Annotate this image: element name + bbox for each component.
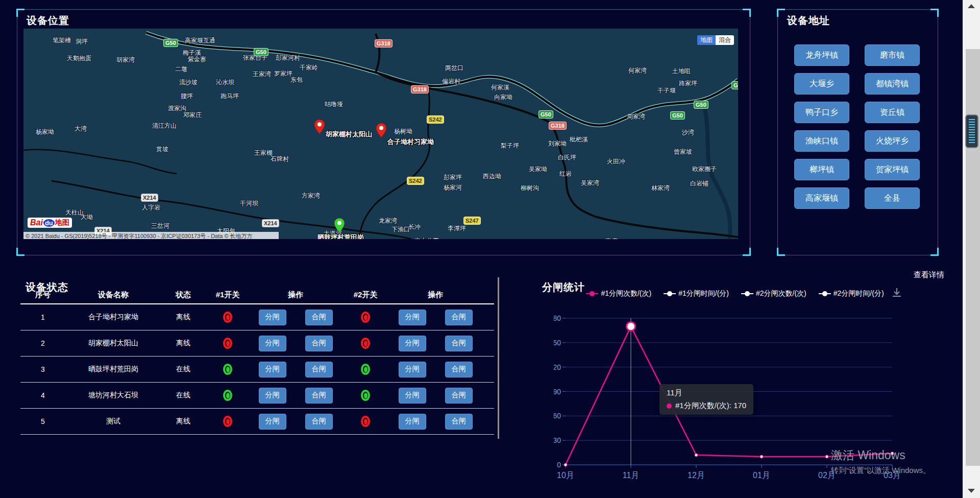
road-shield-g50: G50 xyxy=(164,39,178,46)
legend-item[interactable]: #2分闸次数/(次) xyxy=(741,289,806,298)
open-switch-button[interactable]: 分闸 xyxy=(259,336,286,351)
map-place-label: 腰坪 xyxy=(181,92,193,101)
legend-marker-icon xyxy=(819,291,831,296)
map-marker-label: 晒鼓坪村荒田岗 xyxy=(317,233,364,239)
switch1-cell xyxy=(205,364,250,375)
map-marker-pin[interactable] xyxy=(376,123,387,140)
column-header: 设备名称 xyxy=(65,290,161,300)
close-switch-button[interactable]: 合闸 xyxy=(445,336,473,351)
open-switch-button[interactable]: 分闸 xyxy=(259,310,286,325)
switch2-cell xyxy=(341,312,390,323)
close-switch-button[interactable]: 合闸 xyxy=(305,336,333,351)
road-shield-x214: X214 xyxy=(262,220,279,227)
address-button[interactable]: 榔坪镇 xyxy=(794,159,849,180)
corner-bracket xyxy=(777,248,785,256)
legend-item[interactable]: #1分闸次数/(次) xyxy=(586,289,651,298)
windows-activation-hint: 转到“设置”以激活 Windows。 xyxy=(831,466,930,476)
scroll-up-arrow-icon[interactable] xyxy=(968,4,975,8)
close-switch-button[interactable]: 合闸 xyxy=(305,414,333,430)
legend-item[interactable]: #2分闸时间/(分) xyxy=(819,289,884,298)
svg-text:90: 90 xyxy=(554,388,561,396)
map-place-label: 梨子坪 xyxy=(501,141,519,150)
address-button[interactable]: 贺家坪镇 xyxy=(865,159,920,180)
baidu-logo-du: du xyxy=(43,219,55,227)
row-index: 2 xyxy=(20,339,65,347)
map-type-hybrid-button[interactable]: 混合 xyxy=(716,35,734,45)
chart-tooltip: 11月 #1分闸次数/(次): 170 xyxy=(659,384,753,415)
address-button[interactable]: 高家堰镇 xyxy=(794,187,849,209)
corner-bracket xyxy=(930,248,939,256)
map-place-label: 吴家坳 xyxy=(529,165,547,174)
open-switch-button[interactable]: 分闸 xyxy=(399,362,426,377)
close-switch-button[interactable]: 合闸 xyxy=(445,362,473,377)
map-place-label: 土地咀 xyxy=(672,67,691,76)
close-switch-button[interactable]: 合闸 xyxy=(445,388,473,404)
open-switch-button[interactable]: 分闸 xyxy=(399,336,426,351)
close-switch-button[interactable]: 合闸 xyxy=(305,362,333,377)
map-place-label: 洞坪 xyxy=(76,37,88,46)
device-location-title: 设备位置 xyxy=(27,14,69,28)
open-switch-button[interactable]: 分闸 xyxy=(399,414,426,430)
map-place-label: 两岔口 xyxy=(445,64,463,73)
map-place-label: 官庄 xyxy=(605,237,618,239)
data-point[interactable] xyxy=(695,454,698,457)
open-switch-button[interactable]: 分闸 xyxy=(399,310,426,325)
close-switch-button[interactable]: 合闸 xyxy=(305,388,333,404)
table-row: 4塘坊河村大石坝在线分闸合闸分闸合闸 xyxy=(20,383,494,409)
close-switch-button[interactable]: 合闸 xyxy=(445,310,473,325)
map-place-label: 大坳 xyxy=(81,213,93,222)
windows-activation-watermark: 激活 Windows xyxy=(831,447,905,463)
map-place-label: 紫金寨 xyxy=(188,55,206,64)
svg-text:30: 30 xyxy=(554,436,561,444)
address-button[interactable]: 都镇湾镇 xyxy=(865,73,920,94)
map-marker-pin[interactable] xyxy=(314,119,325,136)
open-switch-button[interactable]: 分闸 xyxy=(259,414,286,430)
open-switch-button[interactable]: 分闸 xyxy=(259,362,286,377)
svg-text:0: 0 xyxy=(557,461,561,469)
address-button[interactable]: 资丘镇 xyxy=(865,102,920,123)
tooltip-series-dot xyxy=(667,404,672,409)
address-button[interactable]: 火烧坪乡 xyxy=(865,130,920,152)
map-marker-pin[interactable] xyxy=(334,218,345,235)
operation-cell: 分闸合闸 xyxy=(390,310,481,325)
switch2-indicator-red xyxy=(361,338,370,349)
map-place-label: 二墩 xyxy=(175,65,187,74)
device-address-panel: 设备地址 龙舟坪镇磨市镇大堰乡都镇湾镇鸭子口乡资丘镇渔峡口镇火烧坪乡榔坪镇贺家坪… xyxy=(777,9,938,255)
address-button[interactable]: 大堰乡 xyxy=(794,73,849,94)
svg-text:12月: 12月 xyxy=(688,471,705,480)
map-type-map-button[interactable]: 地图 xyxy=(697,35,716,45)
page-scrollbar[interactable] xyxy=(963,0,980,498)
close-switch-button[interactable]: 合闸 xyxy=(305,310,333,325)
open-switch-button[interactable]: 分闸 xyxy=(399,388,426,404)
scrollbar-thumb[interactable] xyxy=(966,49,980,466)
scroll-down-arrow-icon[interactable] xyxy=(968,489,975,493)
map-place-label: 干子堰 xyxy=(657,86,676,95)
device-name: 合子坳村习家坳 xyxy=(65,313,161,322)
close-switch-button[interactable]: 合闸 xyxy=(445,414,473,430)
section-divider xyxy=(498,277,499,439)
data-point[interactable] xyxy=(760,455,763,458)
switch1-indicator-green xyxy=(223,364,232,375)
map-place-label: 红岩 xyxy=(559,170,572,178)
corner-bracket xyxy=(16,9,24,17)
status-text: 离线 xyxy=(161,313,205,322)
address-button[interactable]: 龙舟坪镇 xyxy=(794,44,849,66)
switch1-indicator-green xyxy=(223,390,232,401)
legend-item[interactable]: #1分闸时间/(分) xyxy=(664,289,729,298)
legend-label: #2分闸时间/(分) xyxy=(834,289,884,298)
column-header: 状态 xyxy=(161,290,205,300)
baidu-map[interactable]: 笔架槽洞坪天鹅抱蛋胡家湾高家堰互通梅子溪紫金寨二墩流沙坡腰坪渡家沟邓家庄沁水坝跑… xyxy=(23,29,738,239)
data-point[interactable] xyxy=(825,455,828,458)
view-details-link[interactable]: 查看详情 xyxy=(898,270,944,280)
map-place-label: 胡家湾 xyxy=(116,56,135,64)
address-button[interactable]: 磨市镇 xyxy=(865,44,920,66)
road-shield-g318: G318 xyxy=(411,86,428,93)
highlighted-data-point[interactable] xyxy=(627,322,635,330)
data-point[interactable] xyxy=(564,463,567,466)
map-place-label: 柳树沟 xyxy=(521,184,539,193)
address-button[interactable]: 鸭子口乡 xyxy=(794,102,849,123)
operation-cell: 分闸合闸 xyxy=(250,388,341,404)
address-button[interactable]: 全县 xyxy=(865,187,920,209)
open-switch-button[interactable]: 分闸 xyxy=(259,388,286,404)
address-button[interactable]: 渔峡口镇 xyxy=(794,130,849,152)
